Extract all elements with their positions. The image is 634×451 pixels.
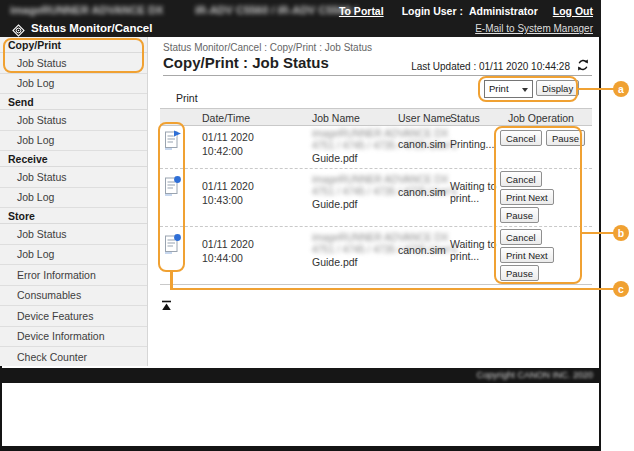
- row2-date: 01/11 2020: [202, 180, 254, 192]
- sidebar-item-copyprint-job-status[interactable]: Job Status: [0, 53, 147, 74]
- row1-pause-button[interactable]: Pause: [546, 130, 585, 146]
- row3-time: 10:44:00: [202, 252, 243, 264]
- sidebar-item-error-information[interactable]: Error Information: [0, 265, 147, 286]
- sidebar-item-store-job-log[interactable]: Job Log: [0, 245, 147, 266]
- row1-jobname: Guide.pdf: [312, 152, 358, 164]
- row2-jobname-blurred-line1: imageRUNNER ADVANCE DX: [312, 174, 449, 185]
- refresh-icon[interactable]: [576, 58, 590, 76]
- print-job-waiting-icon: [163, 175, 183, 201]
- job-type-select[interactable]: Print: [484, 80, 533, 98]
- row2-username: canon.sim: [398, 186, 446, 198]
- sidebar-header-send: Send: [0, 94, 147, 110]
- sidebar-item-receive-job-log[interactable]: Job Log: [0, 188, 147, 209]
- top-bar: imageRUNNER ADVANCE DX iR-ADV C5560 / iR…: [0, 0, 601, 21]
- sidebar-header-store: Store: [0, 208, 147, 224]
- row2-print-next-button[interactable]: Print Next: [500, 189, 554, 205]
- row1-cancel-button[interactable]: Cancel: [500, 130, 542, 146]
- callout-circle-a: a: [613, 81, 629, 97]
- page-title: Copy/Print : Job Status: [163, 54, 329, 71]
- sidebar-item-receive-job-status[interactable]: Job Status: [0, 167, 147, 188]
- job-type-selected-value: Print: [489, 83, 509, 94]
- sidebar-item-copyprint-job-log[interactable]: Job Log: [0, 74, 147, 95]
- row1-date: 01/11 2020: [202, 131, 254, 143]
- table-bottom-border: [160, 284, 592, 285]
- col-header-datetime: Date/Time: [202, 112, 250, 124]
- callout-circle-b: b: [613, 225, 629, 241]
- row3-jobname-blurred-line1: imageRUNNER ADVANCE DX: [312, 232, 449, 243]
- row1-username: canon.sim: [398, 138, 446, 150]
- footer-bar: Copyright CANON INC. 2020: [0, 368, 601, 383]
- job-type-label: Print: [176, 92, 198, 104]
- row3-date: 01/11 2020: [202, 238, 254, 250]
- display-button[interactable]: Display: [536, 80, 579, 96]
- row2-cancel-button[interactable]: Cancel: [500, 171, 542, 187]
- callout-circle-c: c: [613, 281, 629, 297]
- sidebar-item-device-information[interactable]: Device Information: [0, 327, 147, 348]
- col-header-job-operation: Job Operation: [508, 112, 574, 124]
- sidebar-item-send-job-log[interactable]: Job Log: [0, 131, 147, 152]
- row3-print-next-button[interactable]: Print Next: [500, 247, 554, 263]
- col-header-user-name: User Name: [398, 112, 451, 124]
- breadcrumb: Status Monitor/Cancel : Copy/Print : Job…: [163, 42, 372, 53]
- row1-time: 10:42:00: [202, 145, 243, 157]
- row2-status: Waiting to print...: [450, 180, 506, 204]
- page-app-title: Status Monitor/Cancel: [31, 22, 152, 34]
- to-portal-link[interactable]: To Portal: [339, 5, 384, 17]
- login-user-label: Login User :: [402, 5, 463, 17]
- log-out-link[interactable]: Log Out: [553, 5, 593, 17]
- print-job-waiting-icon: [163, 233, 183, 259]
- sidebar-item-send-job-status[interactable]: Job Status: [0, 110, 147, 131]
- row2-jobname: Guide.pdf: [312, 198, 358, 210]
- remote-ui-logo-icon: [12, 23, 25, 41]
- callout-line-c-horizontal: [170, 288, 614, 291]
- device-name-blurred: iR-ADV C5560 / iR-ADV C5560 /: [195, 4, 357, 16]
- callout-line-b: [581, 232, 614, 235]
- row2-pause-button[interactable]: Pause: [500, 207, 539, 223]
- chevron-down-icon: [522, 88, 528, 92]
- device-model-blurred: imageRUNNER ADVANCE DX: [10, 4, 163, 16]
- sidebar-menu: Copy/Print Job Status Job Log Send Job S…: [0, 37, 148, 366]
- col-header-status: Status: [450, 112, 480, 124]
- title-divider: [163, 75, 592, 76]
- row3-jobname: Guide.pdf: [312, 256, 358, 268]
- back-to-top-icon[interactable]: [161, 297, 172, 315]
- last-updated-text: Last Updated : 01/11 2020 10:44:28: [370, 61, 570, 72]
- row-separator: [160, 168, 592, 169]
- row3-username: canon.sim: [398, 244, 446, 256]
- sidebar-header-receive: Receive: [0, 151, 147, 167]
- print-job-printing-icon: [163, 129, 183, 155]
- sidebar-item-device-features[interactable]: Device Features: [0, 306, 147, 327]
- row1-status: Printing...: [450, 138, 494, 150]
- row3-status: Waiting to print...: [450, 238, 506, 262]
- row3-pause-button[interactable]: Pause: [500, 265, 539, 281]
- sidebar-item-check-counter[interactable]: Check Counter: [0, 347, 147, 366]
- sidebar-item-store-job-status[interactable]: Job Status: [0, 224, 147, 245]
- sidebar-item-consumables[interactable]: Consumables: [0, 286, 147, 307]
- row2-time: 10:43:00: [202, 194, 243, 206]
- row3-cancel-button[interactable]: Cancel: [500, 229, 542, 245]
- col-header-job-name: Job Name: [312, 112, 360, 124]
- login-user-name: Administrator: [469, 5, 538, 17]
- callout-line-a: [577, 88, 614, 91]
- row-separator: [160, 226, 592, 227]
- copyright-text-blurred: Copyright CANON INC. 2020: [476, 370, 593, 380]
- email-to-system-manager-link[interactable]: E-Mail to System Manager: [475, 23, 593, 34]
- app-bar: Status Monitor/Cancel E-Mail to System M…: [0, 21, 601, 37]
